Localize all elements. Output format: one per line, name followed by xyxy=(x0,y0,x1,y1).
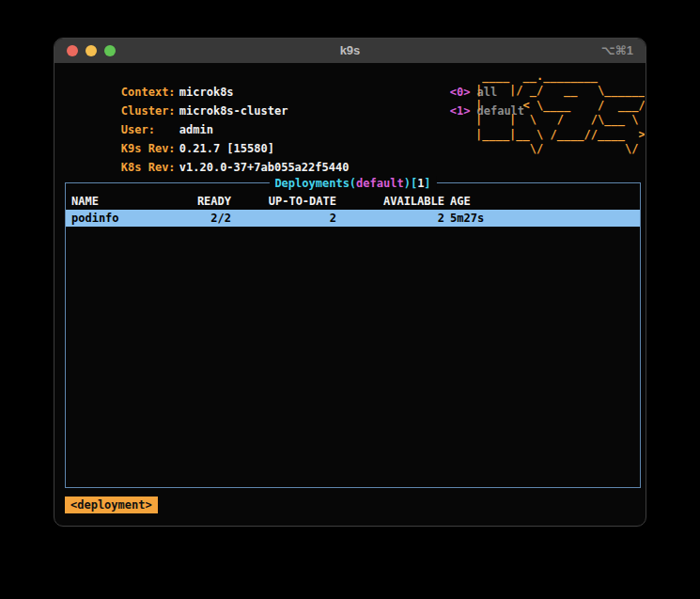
column-header-available: AVAILABLE xyxy=(336,193,444,210)
table-body: podinfo 2/2 2 2 5m27s xyxy=(66,210,640,227)
column-header-up-to-date: UP-TO-DATE xyxy=(231,193,336,210)
k9s-rev-value: 0.21.7 [15580] xyxy=(179,142,274,155)
column-header-age: AGE xyxy=(444,193,640,210)
window-titlebar[interactable]: k9s ⌥⌘1 xyxy=(54,39,646,63)
cluster-label: Cluster: xyxy=(121,102,179,120)
cluster-value: microk8s-cluster xyxy=(179,104,288,118)
logo-line: | | \ / /\___ \ xyxy=(475,113,645,127)
terminal-window: k9s ⌥⌘1 Context:microk8s Cluster:microk8… xyxy=(54,38,646,527)
user-value: admin xyxy=(179,123,213,136)
window-title: k9s xyxy=(54,39,646,63)
cluster-info-panel: Context:microk8s Cluster:microk8s-cluste… xyxy=(67,64,349,158)
namespace-hotkey-1: <1> xyxy=(450,104,471,118)
context-value: microk8s xyxy=(179,86,234,99)
logo-line: | < \____ / ___/ xyxy=(475,99,645,113)
table-title-count: 1 xyxy=(417,177,424,190)
terminal-content: Context:microk8s Cluster:microk8s-cluste… xyxy=(55,63,645,525)
table-row-podinfo[interactable]: podinfo 2/2 2 2 5m27s xyxy=(66,210,640,227)
cell-name: podinfo xyxy=(71,210,184,227)
table-title-separator: )[ xyxy=(404,177,417,190)
k8s-rev-value: v1.20.0-37+7ab055a22f5440 xyxy=(179,161,350,174)
k9s-rev-label: K9s Rev: xyxy=(121,139,179,158)
column-header-ready: READY xyxy=(184,193,231,210)
deployments-table: Deployments(default)[1] NAME READY UP-TO… xyxy=(65,182,641,488)
k9s-ascii-logo: ____ __.________ | |/ _/ __ \______ | < … xyxy=(475,70,645,156)
cell-available: 2 xyxy=(336,210,444,227)
context-label: Context: xyxy=(121,83,179,102)
info-row-context: Context:microk8s xyxy=(67,64,349,83)
window-shortcut-badge: ⌥⌘1 xyxy=(601,39,633,63)
table-title-bracket: ] xyxy=(424,177,430,190)
logo-line: |____|__ \ /____//____ > xyxy=(475,128,645,142)
cell-age: 5m27s xyxy=(444,210,640,227)
column-header-name: NAME xyxy=(71,193,184,210)
logo-line: ____ __.________ xyxy=(475,70,645,84)
k8s-rev-label: K8s Rev: xyxy=(121,158,179,177)
table-title-namespace: default xyxy=(356,177,404,190)
breadcrumb: <deployment> xyxy=(65,497,158,513)
logo-line: | |/ _/ __ \______ xyxy=(475,84,645,98)
table-title: Deployments(default)[1] xyxy=(269,176,436,191)
user-label: User: xyxy=(121,120,179,139)
breadcrumb-deployment[interactable]: <deployment> xyxy=(65,497,158,513)
cell-up-to-date: 2 xyxy=(231,210,336,227)
table-header-row: NAME READY UP-TO-DATE AVAILABLE AGE xyxy=(66,193,640,210)
logo-line: \/ \/ xyxy=(475,142,645,156)
cell-ready: 2/2 xyxy=(184,210,231,227)
namespace-hotkey-0: <0> xyxy=(450,86,471,99)
table-title-resource: Deployments( xyxy=(274,177,356,190)
